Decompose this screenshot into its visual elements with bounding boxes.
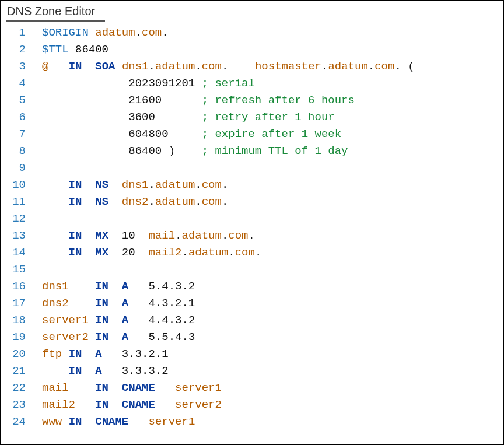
line-number: 9 <box>1 160 36 177</box>
code-line[interactable]: 2$TTL 86400 <box>1 41 503 58</box>
code-content[interactable] <box>36 261 503 278</box>
code-line[interactable]: 7 604800 ; expire after 1 week <box>1 126 503 143</box>
code-line[interactable]: 6 3600 ; retry after 1 hour <box>1 109 503 126</box>
code-content[interactable]: server1 IN A 4.4.3.2 <box>36 312 503 329</box>
token: . <box>195 60 201 73</box>
token: 86400 <box>42 145 169 157</box>
token <box>42 263 48 276</box>
token: 3.3.3.2 <box>102 365 169 377</box>
token: com <box>228 229 248 242</box>
token: IN <box>69 348 82 360</box>
token: ftp <box>42 348 62 360</box>
line-number: 10 <box>1 177 36 194</box>
code-line[interactable]: 23mail2 IN CNAME server2 <box>1 397 503 414</box>
line-number: 6 <box>1 109 36 126</box>
code-line[interactable]: 11 IN NS dns2.adatum.com. <box>1 194 503 211</box>
token <box>69 381 96 394</box>
code-line[interactable]: 10 IN NS dns1.adatum.com. <box>1 177 503 194</box>
token <box>82 178 95 191</box>
line-number: 2 <box>1 41 36 58</box>
line-number: 11 <box>1 194 36 211</box>
code-line[interactable]: 4 2023091201 ; serial <box>1 75 503 92</box>
token: . <box>195 178 201 191</box>
token: . <box>222 60 255 73</box>
token: mail <box>148 229 175 242</box>
line-number: 13 <box>1 227 36 244</box>
code-content[interactable]: $ORIGIN adatum.com. <box>36 24 503 41</box>
code-line[interactable]: 14 IN MX 20 mail2.adatum.com. <box>1 244 503 261</box>
token: IN <box>95 297 108 310</box>
code-content[interactable]: www IN CNAME server1 <box>36 414 503 430</box>
code-content[interactable]: IN MX 20 mail2.adatum.com. <box>36 244 503 261</box>
token: MX <box>95 246 108 259</box>
code-line[interactable]: 22mail IN CNAME server1 <box>1 380 503 397</box>
code-content[interactable]: IN MX 10 mail.adatum.com. <box>36 227 503 244</box>
line-number: 14 <box>1 244 36 261</box>
token: . <box>249 229 255 242</box>
code-line[interactable]: 8 86400 ) ; minimum TTL of 1 day <box>1 143 503 160</box>
token <box>89 26 95 39</box>
token: MX <box>95 229 108 242</box>
token <box>62 415 68 428</box>
code-content[interactable]: IN NS dns1.adatum.com. <box>36 177 503 194</box>
code-content[interactable]: $TTL 86400 <box>36 41 503 58</box>
token: adatum <box>95 26 135 39</box>
code-content[interactable]: dns1 IN A 5.4.3.2 <box>36 278 503 295</box>
token: . <box>148 60 155 73</box>
code-content[interactable]: mail2 IN CNAME server2 <box>36 397 503 414</box>
code-content[interactable]: IN NS dns2.adatum.com. <box>36 194 503 211</box>
code-line[interactable]: 16dns1 IN A 5.4.3.2 <box>1 278 503 295</box>
code-editor[interactable]: 1$ORIGIN adatum.com.2$TTL 864003@ IN SOA… <box>1 22 503 444</box>
token <box>48 60 68 73</box>
token: adatum <box>328 60 368 73</box>
token: . <box>148 195 155 208</box>
line-number: 1 <box>1 24 36 41</box>
code-line[interactable]: 13 IN MX 10 mail.adatum.com. <box>1 227 503 244</box>
token: 3600 <box>42 111 202 124</box>
token <box>108 314 122 327</box>
code-content[interactable]: 21600 ; refresh after 6 hours <box>36 92 503 109</box>
code-content[interactable] <box>36 160 503 177</box>
code-line[interactable]: 1$ORIGIN adatum.com. <box>1 24 503 41</box>
code-content[interactable]: @ IN SOA dns1.adatum.com. hostmaster.ada… <box>36 58 503 75</box>
code-content[interactable]: 604800 ; expire after 1 week <box>36 126 503 143</box>
code-content[interactable]: IN A 3.3.3.2 <box>36 363 503 380</box>
token: @ <box>42 60 48 73</box>
token: adatum <box>188 246 228 259</box>
code-line[interactable]: 17dns2 IN A 4.3.2.1 <box>1 295 503 312</box>
code-line[interactable]: 5 21600 ; refresh after 6 hours <box>1 92 503 109</box>
token <box>155 381 175 394</box>
token: dns2 <box>42 297 69 310</box>
code-line[interactable]: 3@ IN SOA dns1.adatum.com. hostmaster.ad… <box>1 58 503 75</box>
token: SOA <box>95 60 115 73</box>
code-line[interactable]: 15 <box>1 261 503 278</box>
token: A <box>95 348 102 360</box>
code-content[interactable]: 2023091201 ; serial <box>36 75 503 92</box>
line-number: 20 <box>1 346 36 363</box>
token <box>155 398 175 411</box>
code-line[interactable]: 20ftp IN A 3.3.2.1 <box>1 346 503 363</box>
code-content[interactable]: 3600 ; retry after 1 hour <box>36 109 503 126</box>
token: IN <box>95 381 108 394</box>
token <box>115 60 121 73</box>
code-line[interactable]: 9 <box>1 160 503 177</box>
code-content[interactable] <box>36 211 503 227</box>
token: IN <box>69 229 82 242</box>
token: 2023091201 <box>42 77 202 90</box>
token <box>128 415 148 428</box>
code-line[interactable]: 24www IN CNAME server1 <box>1 414 503 430</box>
code-content[interactable]: ftp IN A 3.3.2.1 <box>36 346 503 363</box>
code-line[interactable]: 21 IN A 3.3.3.2 <box>1 363 503 380</box>
code-line[interactable]: 12 <box>1 211 503 227</box>
token: A <box>122 297 128 310</box>
token: CNAME <box>95 415 128 428</box>
code-line[interactable]: 18server1 IN A 4.4.3.2 <box>1 312 503 329</box>
line-number: 8 <box>1 143 36 160</box>
code-content[interactable]: server2 IN A 5.5.4.3 <box>36 329 503 346</box>
token <box>108 381 122 394</box>
token <box>42 162 48 174</box>
code-content[interactable]: dns2 IN A 4.3.2.1 <box>36 295 503 312</box>
code-content[interactable]: mail IN CNAME server1 <box>36 380 503 397</box>
code-content[interactable]: 86400 ) ; minimum TTL of 1 day <box>36 143 503 160</box>
code-line[interactable]: 19server2 IN A 5.5.4.3 <box>1 329 503 346</box>
